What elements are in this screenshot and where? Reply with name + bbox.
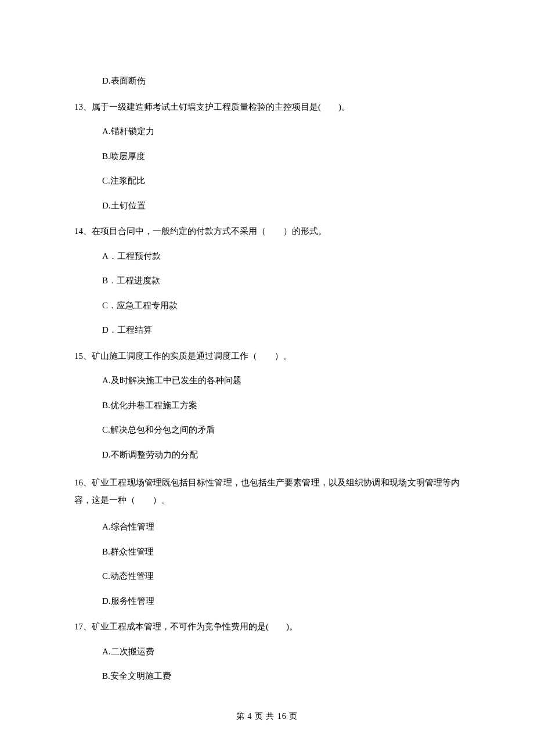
q14-option-d: D．工程结算 [74,323,460,337]
q13-option-b: B.喷层厚度 [74,150,460,163]
q15-option-a: A.及时解决施工中已发生的各种问题 [74,374,460,387]
page: D.表面断伤 13、属于一级建造师考试土钉墙支护工程质量检验的主控项目是( )。… [0,0,534,756]
page-footer: 第 4 页 共 16 页 [0,710,534,722]
q14-stem: 14、在项目合同中，一般约定的付款方式不采用（ ）的形式。 [74,225,460,238]
q13-option-c: C.注浆配比 [74,174,460,188]
q16-option-c: C.动态性管理 [74,570,460,583]
q15-stem: 15、矿山施工调度工作的实质是通过调度工作（ ）。 [74,350,460,363]
q13-option-a: A.锚杆锁定力 [74,125,460,138]
q13-stem: 13、属于一级建造师考试土钉墙支护工程质量检验的主控项目是( )。 [74,100,460,114]
q16-stem: 16、矿业工程现场管理既包括目标性管理，也包括生产要素管理，以及组织协调和现场文… [74,474,460,509]
q17-option-b: B.安全文明施工费 [74,669,460,683]
q17-stem: 17、矿业工程成本管理，不可作为竞争性费用的是( )。 [74,620,460,633]
q15-option-d: D.不断调整劳动力的分配 [74,448,460,462]
q13-option-d: D.土钉位置 [74,199,460,213]
q16-option-b: B.群众性管理 [74,545,460,559]
q16-option-d: D.服务性管理 [74,595,460,608]
q15-option-c: C.解决总包和分包之间的矛盾 [74,423,460,437]
q17-option-a: A.二次搬运费 [74,645,460,658]
q16-option-a: A.综合性管理 [74,520,460,534]
q14-option-a: A．工程预付款 [74,250,460,263]
q14-option-c: C．应急工程专用款 [74,299,460,312]
q14-option-b: B．工程进度款 [74,274,460,287]
q12-option-d: D.表面断伤 [74,74,460,88]
q15-option-b: B.优化井巷工程施工方案 [74,399,460,412]
